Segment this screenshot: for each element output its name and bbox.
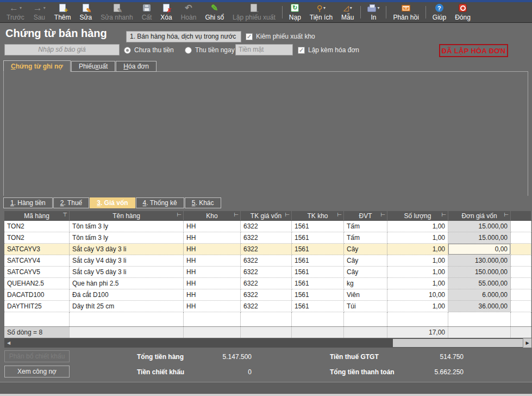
table-cell[interactable]: 150.000,00 xyxy=(448,267,511,278)
table-cell[interactable]: 15.000,00 xyxy=(448,221,511,232)
tab-phieu-xuat[interactable]: Phiếu xuất xyxy=(71,61,115,72)
detail-tab-thue[interactable]: 2. Thuế xyxy=(53,197,90,208)
table-cell[interactable]: HH xyxy=(184,232,241,244)
toolbar-button-phan-hoi[interactable]: Phản hồi xyxy=(389,2,423,22)
table-cell[interactable]: HH xyxy=(184,301,241,312)
column-header-kho[interactable]: Kho⊢ xyxy=(184,211,241,221)
table-cell[interactable]: Dây thít 25 cm xyxy=(70,301,184,312)
table-cell[interactable]: 6322 xyxy=(241,289,292,301)
table-cell[interactable]: 1,00 xyxy=(387,221,448,232)
table-cell[interactable]: 1,00 xyxy=(387,267,448,278)
toolbar-button-tien-ich[interactable]: ⚲▾ Tiện ích xyxy=(305,2,337,22)
scroll-left-arrow-icon[interactable]: ◀ xyxy=(4,338,13,348)
table-cell[interactable]: DAYTHIT25 xyxy=(4,301,70,312)
table-cell[interactable]: 1561 xyxy=(292,289,344,301)
pin-icon[interactable]: ⊤ xyxy=(62,212,67,218)
table-cell[interactable]: HH xyxy=(184,221,241,232)
table-cell[interactable]: 6322 xyxy=(241,278,292,289)
table-cell[interactable]: 6322 xyxy=(241,232,292,244)
table-cell[interactable]: 1,00 xyxy=(387,244,448,255)
table-cell[interactable]: SATCAYV4 xyxy=(4,255,70,267)
table-cell[interactable]: Cây xyxy=(344,244,387,255)
table-cell[interactable]: QUEHAN2.5 xyxy=(4,278,70,289)
table-cell[interactable]: 130.000,00 xyxy=(448,255,511,267)
pin-icon[interactable]: ⊢ xyxy=(441,212,446,218)
table-cell[interactable]: 6322 xyxy=(241,244,292,255)
table-cell[interactable]: HH xyxy=(184,255,241,267)
column-header-dvt[interactable]: ĐVT⊢ xyxy=(344,211,387,221)
toolbar-button-sua[interactable]: ✎ Sửa xyxy=(76,2,97,22)
table-cell[interactable]: SATCAYV5 xyxy=(4,267,70,278)
table-cell[interactable]: Que hàn phi 2.5 xyxy=(70,278,184,289)
table-cell[interactable]: 1561 xyxy=(292,301,344,312)
column-header-don-gia-von[interactable]: Đơn giá vốn⊢ xyxy=(448,211,511,221)
table-cell[interactable]: 1561 xyxy=(292,267,344,278)
table-cell[interactable]: 15.000,00 xyxy=(448,232,511,244)
table-cell[interactable]: Đá cắt D100 xyxy=(70,289,184,301)
table-cell[interactable]: 1561 xyxy=(292,244,344,255)
table-cell[interactable]: Sắt cây V4 dày 3 li xyxy=(70,255,184,267)
table-cell[interactable]: 6322 xyxy=(241,255,292,267)
table-cell-focused[interactable]: 0,00 xyxy=(448,244,511,255)
toolbar-button-in[interactable]: ▾ In xyxy=(363,2,384,22)
table-cell[interactable]: 1,00 xyxy=(387,278,448,289)
horizontal-scrollbar[interactable]: ◀ ▶ xyxy=(4,338,531,348)
column-header-ten-hang[interactable]: Tên hàng⊢ xyxy=(70,211,184,221)
detail-tab-thong-ke[interactable]: 4. Thống kê xyxy=(136,197,184,208)
table-cell[interactable]: HH xyxy=(184,289,241,301)
table-cell[interactable]: 1561 xyxy=(292,221,344,232)
tab-chung-tu-ghi-no[interactable]: Chứng từ ghi nợ xyxy=(3,60,71,72)
table-cell[interactable]: kg xyxy=(344,278,387,289)
table-cell[interactable]: 36.000,00 xyxy=(448,301,511,312)
pin-icon[interactable]: ⊢ xyxy=(504,212,509,218)
table-cell[interactable]: HH xyxy=(184,278,241,289)
table-cell[interactable]: Tôn tấm 3 ly xyxy=(70,221,184,232)
toolbar-button-xoa[interactable]: ✗ Xóa xyxy=(156,2,176,22)
detail-tab-gia-von[interactable]: 3. Giá vốn xyxy=(90,197,135,208)
pin-icon[interactable]: ⊢ xyxy=(380,212,385,218)
table-cell[interactable]: Tấm xyxy=(344,232,387,244)
table-cell[interactable]: SATCAYV3 xyxy=(4,244,70,255)
quote-number-input[interactable]: Nhập số báo giá xyxy=(4,44,120,55)
table-cell[interactable]: DACATD100 xyxy=(4,289,70,301)
toolbar-button-mau[interactable]: ◿▾ Mẫu xyxy=(337,2,358,22)
toolbar-button-giup[interactable]: ? Giúp xyxy=(428,2,450,22)
toolbar-button-dong[interactable]: Đóng xyxy=(450,2,475,22)
table-cell[interactable]: 10,00 xyxy=(387,289,448,301)
column-header-so-luong[interactable]: Số lượng⊢ xyxy=(387,211,448,221)
scrollbar-thumb[interactable] xyxy=(393,339,523,347)
pin-icon[interactable]: ⊢ xyxy=(234,212,239,218)
table-cell[interactable]: 6322 xyxy=(241,301,292,312)
toolbar-button-them[interactable]: + Thêm xyxy=(50,2,76,22)
column-header-ma-hang[interactable]: Mã hàng⊤ xyxy=(4,211,70,221)
table-cell[interactable]: 1561 xyxy=(292,255,344,267)
table-cell[interactable]: 6322 xyxy=(241,221,292,232)
table-cell[interactable]: 1561 xyxy=(292,232,344,244)
table-cell[interactable]: Túi xyxy=(344,301,387,312)
table-cell[interactable]: Viên xyxy=(344,289,387,301)
detail-tab-khac[interactable]: 5. Khác xyxy=(185,197,221,208)
table-cell[interactable]: Cây xyxy=(344,255,387,267)
table-cell[interactable]: TON2 xyxy=(4,232,70,244)
view-debt-button[interactable]: Xem công nợ xyxy=(4,366,70,378)
table-cell[interactable]: Tôn tấm 3 ly xyxy=(70,232,184,244)
toolbar-button-nap[interactable]: ↻ Nạp xyxy=(285,2,305,22)
pin-icon[interactable]: ⊢ xyxy=(285,212,290,218)
table-cell[interactable]: Cây xyxy=(344,267,387,278)
pin-icon[interactable]: ⊢ xyxy=(177,212,181,218)
table-cell[interactable]: 6322 xyxy=(241,267,292,278)
table-cell[interactable]: Sắt cây V5 dày 3 li xyxy=(70,267,184,278)
tab-hoa-don[interactable]: Hóa đơn xyxy=(116,61,157,72)
table-cell[interactable]: Sắt cây V3 dày 3 li xyxy=(70,244,184,255)
detail-tab-hang-tien[interactable]: 1. Hàng tiền xyxy=(3,197,53,208)
column-header-tk-gia-von[interactable]: TK giá vốn⊢ xyxy=(241,211,292,221)
table-cell[interactable]: TON2 xyxy=(4,221,70,232)
pin-icon[interactable]: ⊢ xyxy=(337,212,342,218)
scroll-right-arrow-icon[interactable]: ▶ xyxy=(523,338,531,348)
table-cell[interactable]: 1,00 xyxy=(387,232,448,244)
table-cell[interactable]: 55.000,00 xyxy=(448,278,511,289)
document-type-select[interactable]: 1. Bán hàng hóa, dịch vụ trong nước xyxy=(126,31,241,42)
table-cell[interactable]: 1,00 xyxy=(387,255,448,267)
table-cell[interactable]: 6.000,00 xyxy=(448,289,511,301)
table-cell[interactable]: 1,00 xyxy=(387,301,448,312)
